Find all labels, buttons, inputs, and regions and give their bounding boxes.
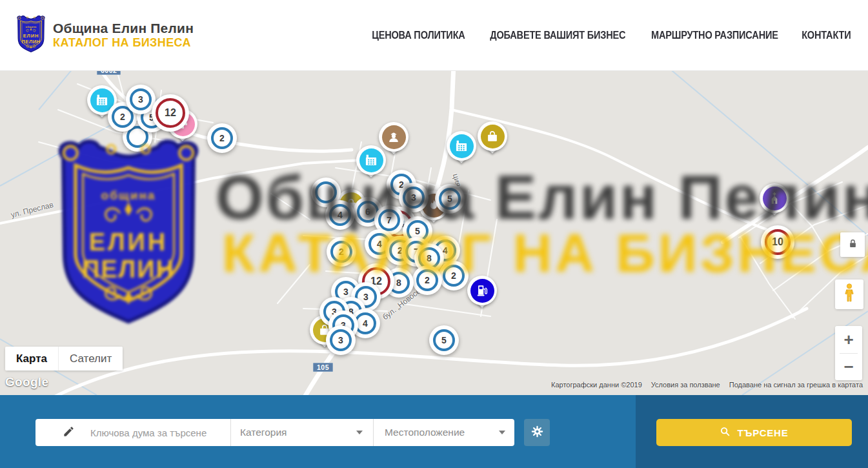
map-type-satellite-button[interactable]: Сателит bbox=[58, 347, 123, 371]
map-cluster-marker[interactable]: 3 bbox=[126, 85, 156, 114]
cluster-count: 4 bbox=[377, 239, 382, 249]
street-label: ул. Преслав bbox=[10, 200, 54, 219]
cluster-count: 10 bbox=[772, 236, 783, 248]
advanced-settings-button[interactable] bbox=[524, 419, 550, 446]
pencil-icon bbox=[63, 425, 75, 440]
zoom-control: + − bbox=[835, 326, 862, 380]
location-select[interactable]: Местоположение bbox=[373, 419, 514, 446]
keyword-field bbox=[35, 419, 230, 446]
street-view-pegman-button[interactable] bbox=[835, 280, 863, 309]
keyword-search-input[interactable] bbox=[89, 427, 221, 439]
municipality-emblem-icon: община ЕЛИН ПЕЛИН bbox=[16, 15, 46, 56]
cluster-count: 2 bbox=[451, 270, 456, 281]
category-select-value: Категория bbox=[240, 427, 287, 438]
svg-text:ПЕЛИН: ПЕЛИН bbox=[22, 38, 41, 44]
cluster-count: 2 bbox=[425, 275, 430, 285]
cluster-count: 8 bbox=[396, 278, 401, 288]
map-pin-shopping-bag-icon[interactable] bbox=[478, 121, 507, 161]
map-pin-fuel-icon[interactable] bbox=[467, 276, 497, 316]
pin-disc bbox=[467, 276, 497, 305]
cluster-count: 4 bbox=[338, 210, 343, 220]
map-type-map-button[interactable]: Карта bbox=[5, 347, 58, 371]
cluster-count: 2 bbox=[339, 247, 344, 257]
attribution-copyright: Картографски данни ©2019 bbox=[551, 381, 642, 389]
cluster-count: 2 bbox=[219, 133, 225, 143]
lock-icon bbox=[847, 238, 859, 252]
lock-button[interactable] bbox=[840, 232, 865, 257]
cluster-count: 12 bbox=[165, 107, 176, 119]
search-bar-right: ТЪРСЕНЕ bbox=[636, 395, 868, 468]
zoom-in-button[interactable]: + bbox=[835, 327, 862, 353]
svg-text:община: община bbox=[101, 188, 156, 202]
search-submit-button[interactable]: ТЪРСЕНЕ bbox=[656, 419, 852, 446]
cluster-count: 4 bbox=[363, 318, 368, 329]
location-select-value: Местоположение bbox=[385, 427, 465, 438]
svg-text:ЕЛИН: ЕЛИН bbox=[23, 33, 39, 39]
map-cluster-marker[interactable]: 10 bbox=[761, 225, 794, 259]
cluster-count: 3 bbox=[338, 335, 343, 345]
cluster-count: 8 bbox=[427, 253, 432, 263]
nav-item-pricing[interactable]: ЦЕНОВА ПОЛИТИКА bbox=[372, 30, 465, 41]
google-logo[interactable]: Google bbox=[5, 375, 48, 389]
factory-icon bbox=[450, 134, 474, 158]
attribution-report-link[interactable]: Подаване на сигнал за грешка в картата bbox=[729, 381, 863, 389]
pin-disc bbox=[356, 145, 386, 175]
pegman-icon bbox=[841, 283, 858, 306]
factory-icon bbox=[359, 148, 383, 172]
cluster-count: 3 bbox=[343, 287, 348, 297]
map-cluster-marker[interactable]: 2 bbox=[327, 237, 356, 267]
page: община ЕЛИН ПЕЛИН Община Елин Пелин КАТА… bbox=[0, 0, 868, 468]
pin-disc bbox=[447, 131, 476, 161]
map-cluster-marker[interactable]: 2 bbox=[207, 123, 237, 153]
map-cluster-marker[interactable]: 4 bbox=[325, 200, 355, 230]
search-submit-label: ТЪРСЕНЕ bbox=[737, 427, 788, 438]
site-logo[interactable]: община ЕЛИН ПЕЛИН Община Елин Пелин КАТА… bbox=[16, 15, 194, 56]
nav-item-route-schedule[interactable]: МАРШРУТНО РАЗПИСАНИЕ bbox=[651, 30, 778, 41]
pin-disc bbox=[478, 121, 507, 151]
map-cluster-marker[interactable]: 2 bbox=[412, 265, 442, 295]
cluster-count: 3 bbox=[363, 292, 368, 302]
map-pin-church-icon[interactable] bbox=[760, 183, 789, 223]
map-cluster-marker[interactable]: 12 bbox=[152, 94, 189, 132]
svg-text:ПЕЛИН: ПЕЛИН bbox=[82, 255, 175, 283]
map-canvas[interactable]: 6002 105 ул. Преслав бул. „Новосел ция 2… bbox=[0, 71, 868, 395]
shopping-bag-icon bbox=[481, 125, 505, 148]
cluster-count: 2 bbox=[120, 112, 125, 122]
cluster-count: 6 bbox=[365, 207, 370, 217]
search-icon bbox=[720, 426, 731, 439]
church-icon bbox=[763, 187, 787, 210]
fuel-icon bbox=[470, 279, 494, 303]
search-fields: Категория Местоположение bbox=[35, 419, 514, 446]
attribution-terms-link[interactable]: Условия за ползване bbox=[651, 381, 720, 389]
cluster-count: 7 bbox=[387, 215, 392, 225]
nav-item-contacts[interactable]: КОНТАКТИ bbox=[802, 30, 851, 41]
map-pin-factory-icon[interactable] bbox=[356, 145, 386, 185]
map-cluster-marker[interactable]: 3 bbox=[326, 325, 356, 355]
main-nav: ЦЕНОВА ПОЛИТИКА ДОБАВЕТЕ ВАШИЯТ БИЗНЕС М… bbox=[370, 30, 852, 41]
map-attribution: Картографски данни ©2019 Условия за полз… bbox=[551, 381, 863, 389]
map-cluster-marker[interactable]: 5 bbox=[435, 184, 465, 214]
svg-text:ЕЛИН: ЕЛИН bbox=[89, 228, 168, 256]
category-select[interactable]: Категория bbox=[230, 419, 373, 446]
cluster-count: 5 bbox=[441, 335, 447, 345]
map-cluster-marker[interactable]: 2 bbox=[439, 261, 469, 290]
map-type-control: Карта Сателит bbox=[5, 347, 123, 371]
cluster-count: 3 bbox=[138, 94, 143, 105]
cluster-count: 5 bbox=[447, 194, 452, 204]
watermark-emblem: община ЕЛИН ПЕЛИН bbox=[54, 139, 203, 329]
chevron-down-icon bbox=[356, 431, 363, 434]
nav-item-add-business[interactable]: ДОБАВЕТЕ ВАШИЯТ БИЗНЕС bbox=[490, 30, 625, 41]
pin-disc bbox=[760, 183, 789, 213]
map-pin-factory-icon[interactable] bbox=[447, 131, 476, 171]
map-cluster-marker[interactable]: 5 bbox=[429, 325, 459, 355]
search-bar: Категория Местоположение ТЪРСЕНЕ bbox=[0, 395, 868, 468]
road-badge: 105 bbox=[313, 363, 333, 372]
site-subtitle: КАТАЛОГ НА БИЗНЕСА bbox=[53, 36, 194, 50]
search-bar-left: Категория Местоположение bbox=[0, 395, 636, 468]
svg-text:община: община bbox=[26, 25, 37, 28]
zoom-out-button[interactable]: − bbox=[835, 354, 862, 380]
cluster-count: 5 bbox=[415, 226, 420, 236]
site-title: Община Елин Пелин bbox=[53, 21, 194, 36]
chevron-down-icon bbox=[499, 431, 505, 434]
road-badge: 6002 bbox=[97, 71, 121, 75]
